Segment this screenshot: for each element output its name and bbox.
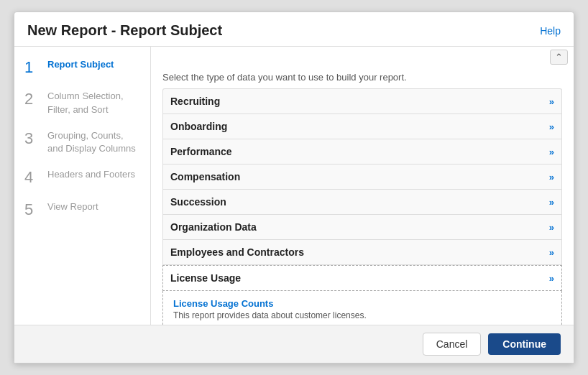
subject-label: Organization Data	[170, 221, 257, 233]
modal-title: New Report - Report Subject	[27, 22, 222, 39]
chevron-down-icon: »	[549, 247, 554, 258]
step-number-3: 3	[24, 129, 40, 148]
subject-label: Performance	[170, 146, 232, 157]
step-number-2: 2	[24, 90, 40, 108]
subject-label: Employees and Contractors	[170, 246, 304, 258]
help-link[interactable]: Help	[540, 25, 561, 37]
subject-label: Onboarding	[170, 121, 227, 132]
subject-item-compensation[interactable]: Compensation»	[162, 164, 562, 189]
subject-item-organization-data[interactable]: Organization Data»	[162, 214, 562, 239]
subject-item-employees-and-contractors[interactable]: Employees and Contractors»	[162, 239, 562, 265]
sidebar-step-3: 3Grouping, Counts, and Display Columns	[24, 129, 140, 155]
subject-item-onboarding[interactable]: Onboarding»	[162, 114, 562, 139]
cancel-button[interactable]: Cancel	[423, 333, 482, 356]
continue-button[interactable]: Continue	[488, 333, 561, 355]
subject-label: Succession	[170, 196, 226, 208]
subject-item-succession[interactable]: Succession»	[162, 189, 562, 214]
content-area: ⌃ Select the type of data you want to us…	[151, 47, 574, 325]
expanded-desc-1: This report provides data about customer…	[173, 310, 551, 320]
chevron-down-icon: »	[549, 172, 554, 182]
sidebar: 1Report Subject2Column Selection, Filter…	[14, 47, 151, 325]
expanded-content: License Usage CountsThis report provides…	[162, 291, 562, 325]
chevron-down-icon: »	[549, 147, 554, 157]
subject-list: Recruiting»Onboarding»Performance»Compen…	[151, 88, 574, 325]
step-number-4: 4	[24, 168, 40, 187]
new-report-modal: New Report - Report Subject Help 1Report…	[14, 11, 574, 364]
sidebar-step-5: 5View Report	[24, 200, 140, 219]
subject-item-license-usage[interactable]: License Usage»	[162, 265, 562, 291]
chevron-down-icon: »	[549, 121, 554, 132]
modal-header: New Report - Report Subject Help	[14, 12, 574, 47]
step-label-4: Headers and Footers	[47, 168, 135, 181]
step-label-3: Grouping, Counts, and Display Columns	[47, 129, 140, 155]
chevron-up-icon: »	[549, 273, 554, 284]
sidebar-step-4: 4Headers and Footers	[24, 168, 140, 187]
chevron-down-icon: »	[549, 96, 554, 107]
subject-item-performance[interactable]: Performance»	[162, 139, 562, 164]
sidebar-step-1[interactable]: 1Report Subject	[24, 58, 140, 77]
step-number-5: 5	[24, 200, 40, 219]
subject-label: Recruiting	[170, 96, 220, 107]
step-label-5: View Report	[47, 200, 98, 213]
modal-body: 1Report Subject2Column Selection, Filter…	[14, 47, 574, 325]
step-label-1: Report Subject	[47, 58, 114, 71]
chevron-down-icon: »	[549, 222, 554, 233]
step-label-2: Column Selection, Filter, and Sort	[47, 90, 140, 116]
modal-footer: Cancel Continue	[14, 325, 574, 363]
scroll-up-button[interactable]: ⌃	[550, 50, 568, 65]
scroll-hint-area: ⌃	[151, 47, 574, 65]
subject-item-recruiting[interactable]: Recruiting»	[162, 88, 562, 114]
subject-label: License Usage	[170, 272, 241, 284]
sidebar-step-2: 2Column Selection, Filter, and Sort	[24, 90, 140, 116]
step-number-1: 1	[24, 58, 40, 77]
subject-label: Compensation	[170, 171, 240, 182]
instruction-text: Select the type of data you want to use …	[151, 65, 574, 88]
chevron-down-icon: »	[549, 197, 554, 208]
expanded-link-1[interactable]: License Usage Counts	[173, 298, 551, 309]
